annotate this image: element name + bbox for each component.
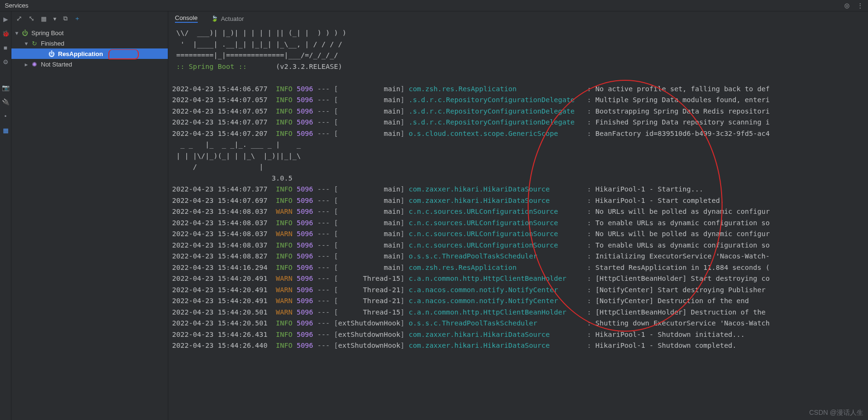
panel-title: Services bbox=[5, 2, 29, 9]
power-icon: ⏻ bbox=[48, 50, 55, 57]
tree-label: ResApplication bbox=[58, 50, 103, 57]
collapse-in-icon[interactable]: ⤡ bbox=[29, 14, 34, 23]
tree-node-res-application[interactable]: ⏻ ResApplication bbox=[11, 48, 168, 59]
stop-icon[interactable]: ■ bbox=[2, 44, 10, 51]
dot-icon[interactable]: • bbox=[2, 112, 10, 120]
filter-icon[interactable]: ▾ bbox=[53, 15, 57, 22]
camera-icon[interactable]: 📷 bbox=[2, 84, 10, 91]
tree-label: Not Started bbox=[41, 61, 72, 68]
gear-icon: ✺ bbox=[30, 61, 38, 68]
refresh-icon: ↻ bbox=[30, 40, 38, 47]
services-tree-panel: ⤢ ⤡ ▦ ▾ ⧉ ＋ ▾ ⏻ Spring Boot ▾ ↻ Finished… bbox=[11, 11, 168, 420]
grid-icon[interactable]: ▦ bbox=[2, 126, 10, 134]
more-icon[interactable]: ⋮ bbox=[857, 2, 863, 9]
plug-icon[interactable]: 🔌 bbox=[2, 98, 10, 105]
tree-node-finished[interactable]: ▾ ↻ Finished bbox=[11, 38, 168, 48]
gutter-toolbar: ▶ 🐞 ■ ⚙ 📷 🔌 • ▦ bbox=[0, 11, 11, 420]
watermark-text: CSDN @漫话人生 bbox=[809, 409, 863, 417]
expand-in-icon[interactable]: ⤢ bbox=[16, 14, 22, 23]
chevron-right-icon: ▸ bbox=[25, 61, 30, 68]
tab-actuator[interactable]: 🍃 Actuator bbox=[211, 15, 244, 22]
tree-node-spring-boot[interactable]: ▾ ⏻ Spring Boot bbox=[11, 28, 168, 38]
target-icon[interactable]: ◎ bbox=[844, 2, 849, 9]
layout-icon[interactable]: ▦ bbox=[41, 15, 47, 22]
chevron-down-icon: ▾ bbox=[15, 29, 21, 37]
console-tabs: Console 🍃 Actuator bbox=[168, 11, 868, 26]
tab-label: Actuator bbox=[221, 15, 244, 22]
tree-toolbar: ⤢ ⤡ ▦ ▾ ⧉ ＋ bbox=[11, 11, 168, 26]
spring-leaf-icon: 🍃 bbox=[211, 15, 218, 22]
tree-node-not-started[interactable]: ▸ ✺ Not Started bbox=[11, 59, 168, 69]
spring-boot-icon: ⏻ bbox=[21, 29, 29, 37]
new-window-icon[interactable]: ⧉ bbox=[63, 15, 68, 22]
panel-title-bar: Services ◎ ⋮ bbox=[0, 0, 868, 11]
run-config-tree[interactable]: ▾ ⏻ Spring Boot ▾ ↻ Finished ⏻ ResApplic… bbox=[11, 26, 168, 420]
add-icon[interactable]: ＋ bbox=[74, 14, 80, 23]
run-icon[interactable]: ▶ bbox=[2, 15, 10, 23]
tree-label: Spring Boot bbox=[31, 29, 64, 37]
tab-console[interactable]: Console bbox=[175, 14, 198, 23]
debug-icon[interactable]: 🐞 bbox=[2, 29, 10, 37]
console-output[interactable]: \\/ ___)| |_)| | | | | || (_| | ) ) ) ) … bbox=[168, 26, 868, 420]
console-panel: Console 🍃 Actuator \\/ ___)| |_)| | | | … bbox=[168, 11, 868, 420]
chevron-down-icon: ▾ bbox=[25, 40, 30, 47]
settings-gear-icon[interactable]: ⚙ bbox=[2, 58, 10, 66]
tree-label: Finished bbox=[41, 40, 64, 47]
